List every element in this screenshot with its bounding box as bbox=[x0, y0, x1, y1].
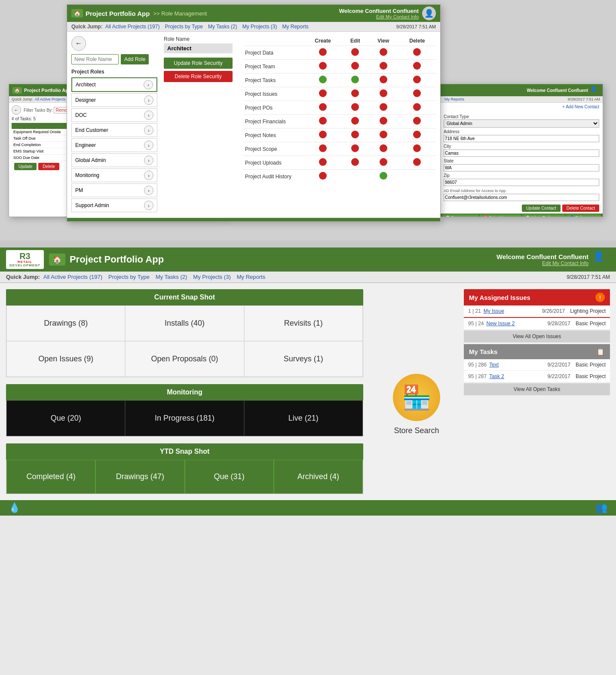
add-contact-button[interactable]: + Add New Contact bbox=[440, 103, 603, 111]
nav-all-active-role[interactable]: All Active Projects (197) bbox=[105, 24, 160, 30]
role-name-label: Role Name bbox=[164, 36, 237, 42]
snap-open-proposals[interactable]: Open Proposals (0) bbox=[125, 341, 244, 377]
app-title-role: Project Portfolio App bbox=[86, 10, 150, 17]
delete-contact-button[interactable]: Delete Contact bbox=[562, 205, 599, 212]
monitor-in-progress[interactable]: In Progress (181) bbox=[125, 400, 244, 436]
welcome-block-role: Welcome Confluent Confluent Edit My Cont… bbox=[339, 8, 419, 19]
email-input[interactable] bbox=[444, 194, 599, 201]
role-arrow-doc: › bbox=[144, 110, 153, 120]
contact-type-select[interactable]: Global Admin bbox=[444, 119, 599, 128]
role-item-support-admin[interactable]: Support Admin › bbox=[71, 199, 157, 212]
bottom-nav-my-reports[interactable]: My Reports bbox=[237, 274, 265, 280]
role-item-monitoring[interactable]: Monitoring › bbox=[71, 168, 157, 182]
role-arrow-architect: › bbox=[144, 80, 153, 89]
snap-installs[interactable]: Installs (40) bbox=[125, 305, 244, 341]
breadcrumb-role: >> Role Management bbox=[153, 10, 207, 17]
view-all-issues-button[interactable]: View All Open Issues bbox=[464, 330, 610, 342]
dot-project-team-create bbox=[319, 62, 327, 70]
task-link-2[interactable]: Task 2 bbox=[489, 373, 504, 379]
bottom-footer: 💧 👥 bbox=[0, 500, 616, 516]
footer-user-icon[interactable]: 👥 bbox=[596, 502, 607, 513]
role-item-doc[interactable]: DOC › bbox=[71, 108, 157, 122]
address-input[interactable] bbox=[444, 135, 599, 142]
issue-link-2[interactable]: New Issue 2 bbox=[486, 321, 515, 327]
task-back-button[interactable]: ← bbox=[12, 105, 21, 115]
contact-my-reports-link[interactable]: My Reports bbox=[444, 97, 464, 101]
tab-scope-management[interactable]: 📋 Scope Management bbox=[442, 214, 479, 217]
bottom-nav-my-tasks[interactable]: My Tasks (2) bbox=[156, 274, 187, 280]
nav-my-projects-role[interactable]: My Projects (3) bbox=[242, 24, 277, 30]
zip-input[interactable] bbox=[444, 179, 599, 186]
role-content: ← Add Role Project Roles Architect › Des… bbox=[67, 32, 440, 218]
snap-revisits[interactable]: Revisits (1) bbox=[244, 305, 363, 341]
contact-avatar: 👤 bbox=[591, 86, 599, 95]
perm-row-project-data: Project Data bbox=[243, 46, 436, 60]
update-contact-button[interactable]: Update Contact bbox=[522, 205, 561, 212]
tab-admin-task-management[interactable]: 📋 Admin Task Management bbox=[522, 214, 565, 217]
role-window-header: 🏠 Project Portfolio App >> Role Manageme… bbox=[67, 5, 440, 22]
assigned-issues-header: My Assigned Issues ! bbox=[464, 289, 610, 305]
back-button-role[interactable]: ← bbox=[71, 36, 86, 51]
task-link-1[interactable]: Text bbox=[489, 362, 499, 368]
delete-role-security-button[interactable]: Delete Role Security bbox=[164, 71, 233, 82]
dot-audit-view bbox=[380, 172, 387, 180]
ytd-drawings[interactable]: Drawings (47) bbox=[95, 460, 184, 494]
dot-project-scope-edit bbox=[351, 144, 359, 152]
dot-project-data-view bbox=[380, 48, 387, 56]
quick-jump-role: Quick Jump: bbox=[71, 24, 103, 30]
bottom-edit-contact[interactable]: Edit My Contact Info bbox=[496, 260, 588, 266]
monitor-que[interactable]: Que (20) bbox=[6, 400, 125, 436]
monitor-live[interactable]: Live (21) bbox=[244, 400, 363, 436]
bottom-nav-all-active[interactable]: All Active Projects (197) bbox=[43, 274, 102, 280]
new-role-input[interactable] bbox=[71, 54, 119, 64]
task-update-button[interactable]: Update bbox=[14, 163, 37, 170]
edit-contact-role[interactable]: Edit My Contact Info bbox=[339, 14, 419, 19]
ytd-que[interactable]: Que (31) bbox=[185, 460, 274, 494]
perm-col-edit: Edit bbox=[342, 36, 368, 46]
home-icon-bottom[interactable]: 🏠 bbox=[49, 254, 65, 266]
bottom-nav-projects-type[interactable]: Projects by Type bbox=[108, 274, 150, 280]
dot-audit-create bbox=[319, 172, 327, 180]
role-item-global-admin[interactable]: Global Admin › bbox=[71, 153, 157, 167]
role-item-designer[interactable]: Designer › bbox=[71, 93, 157, 107]
role-management-window: 🏠 Project Portfolio App >> Role Manageme… bbox=[67, 4, 441, 222]
nav-my-tasks-role[interactable]: My Tasks (2) bbox=[208, 24, 237, 30]
dot-project-pos-edit bbox=[351, 103, 359, 111]
tab-role-management[interactable]: 👤 Role Management bbox=[566, 214, 601, 217]
nav-projects-type-role[interactable]: Projects by Type bbox=[165, 24, 203, 30]
nav-my-reports-role[interactable]: My Reports bbox=[282, 24, 308, 30]
role-name-support-admin: Support Admin bbox=[75, 202, 109, 208]
task-delete-button[interactable]: Delete bbox=[38, 163, 59, 170]
role-item-engineer[interactable]: Engineer › bbox=[71, 138, 157, 152]
dot-project-fin-create bbox=[319, 117, 327, 125]
role-item-end-customer[interactable]: End Customer › bbox=[71, 123, 157, 137]
role-left-panel: ← Add Role Project Roles Architect › Des… bbox=[71, 36, 157, 214]
perm-row-project-issues: Project Issues bbox=[243, 87, 436, 101]
dot-project-notes-delete bbox=[413, 131, 421, 138]
view-all-tasks-button[interactable]: View All Open Tasks bbox=[464, 383, 610, 395]
add-role-button[interactable]: Add Role bbox=[121, 54, 149, 64]
store-search-icon[interactable]: 🏪 bbox=[393, 374, 440, 421]
tab-schedule-management[interactable]: 📅 Schedule Management bbox=[480, 214, 521, 217]
role-item-pm[interactable]: PM › bbox=[71, 183, 157, 197]
role-arrow-designer: › bbox=[144, 95, 153, 105]
snap-drawings[interactable]: Drawings (8) bbox=[6, 305, 125, 341]
task-proj-2: Basic Project bbox=[576, 373, 606, 379]
ytd-completed[interactable]: Completed (4) bbox=[6, 460, 95, 494]
role-settings-panel: Role Name Architect Update Role Security… bbox=[164, 36, 237, 214]
state-input[interactable] bbox=[444, 164, 599, 171]
city-input[interactable] bbox=[444, 150, 599, 157]
role-item-architect[interactable]: Architect › bbox=[71, 77, 157, 92]
perm-row-project-pos: Project POs bbox=[243, 101, 436, 115]
home-icon-role[interactable]: 🏠 bbox=[71, 9, 83, 18]
role-window-footer-bar bbox=[67, 218, 440, 221]
ytd-archived[interactable]: Archived (4) bbox=[274, 460, 363, 494]
issue-link-1[interactable]: My Issue bbox=[484, 308, 504, 314]
bottom-nav-my-projects[interactable]: My Projects (3) bbox=[193, 274, 230, 280]
bottom-app-title: Project Portfolio App bbox=[70, 254, 164, 265]
snap-surveys[interactable]: Surveys (1) bbox=[244, 341, 363, 377]
snap-open-issues[interactable]: Open Issues (9) bbox=[6, 341, 125, 377]
new-role-row: Add Role bbox=[71, 54, 157, 64]
filter-label: Filter Tasks By: bbox=[24, 108, 53, 113]
update-role-security-button[interactable]: Update Role Security bbox=[164, 58, 233, 69]
